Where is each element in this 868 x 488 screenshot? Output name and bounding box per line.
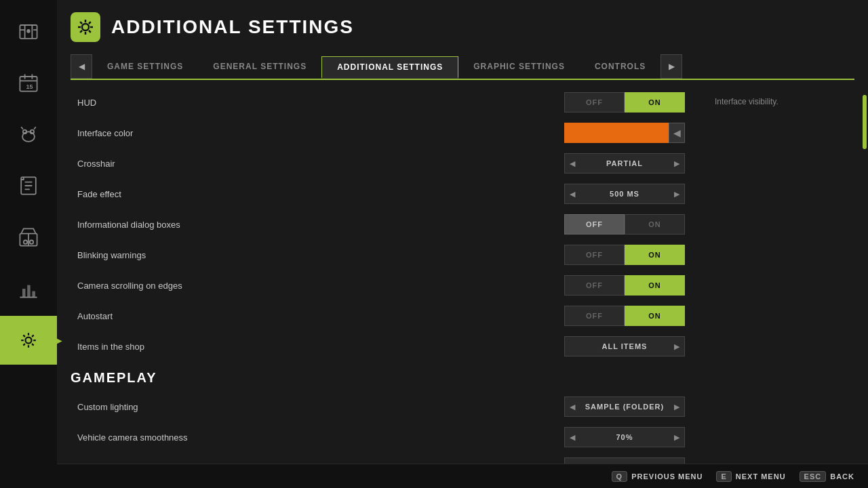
setting-row-dialog-boxes: Informational dialog boxes OFF ON — [71, 210, 692, 239]
setting-label-custom-lighting: Custom lighting — [77, 402, 564, 412]
setting-row-camera-scrolling: Camera scrolling on edges OFF ON — [71, 271, 692, 300]
info-text: Interface visibility. — [715, 97, 778, 106]
setting-control-crosshair: ◀ PARTIAL ▶ — [564, 153, 685, 174]
setting-label-vehicle-camera: Vehicle camera smoothness — [77, 432, 564, 443]
toggle-camera-scrolling-off[interactable]: OFF — [564, 275, 625, 296]
selector-items-shop-value: ALL ITEMS — [580, 342, 669, 350]
setting-control-camera-scrolling: OFF ON — [564, 275, 685, 296]
bottom-action-next-menu: E NEXT MENU — [716, 471, 785, 482]
toggle-autostart: OFF ON — [564, 306, 685, 326]
nav-tabs: ◀ GAME SETTINGS GENERAL SETTINGS ADDITIO… — [71, 54, 854, 80]
color-picker-icon[interactable]: ◀ — [669, 123, 685, 143]
toggle-hud: OFF ON — [564, 92, 685, 113]
setting-label-crosshair: Crosshair — [77, 159, 564, 169]
settings-area: HUD OFF ON Interface color ◀ — [71, 80, 854, 488]
scrollbar-track — [861, 0, 868, 488]
selector-fade-prev[interactable]: ◀ — [565, 184, 580, 204]
setting-control-fade-effect: ◀ 500 MS ▶ — [564, 184, 685, 204]
setting-row-vehicle-camera: Vehicle camera smoothness ◀ 70% ▶ — [71, 423, 692, 451]
svg-point-14 — [26, 338, 32, 344]
toggle-dialog-off[interactable]: OFF — [564, 214, 625, 235]
selector-fade-value: 500 MS — [580, 190, 669, 198]
toggle-dialog-on[interactable]: ON — [625, 214, 685, 235]
toggle-camera-scrolling-on[interactable]: ON — [625, 275, 685, 296]
selector-vehicle-value: 70% — [580, 433, 669, 441]
sidebar-item-shop[interactable] — [0, 213, 57, 262]
toggle-hud-on[interactable]: ON — [625, 92, 685, 113]
color-bar[interactable] — [564, 123, 669, 143]
toggle-autostart-on[interactable]: ON — [625, 306, 685, 326]
bottom-label-back: BACK — [830, 472, 854, 481]
toggle-blinking-on[interactable]: ON — [625, 245, 685, 265]
selector-items-shop: ◀ ALL ITEMS ▶ — [564, 336, 685, 357]
sidebar-item-calendar[interactable]: 15 — [0, 58, 57, 107]
setting-control-hud: OFF ON — [564, 92, 685, 113]
setting-row-hud: HUD OFF ON — [71, 88, 692, 117]
selector-vehicle-prev[interactable]: ◀ — [565, 427, 580, 447]
sidebar: 15 — [0, 0, 57, 488]
svg-point-6 — [31, 130, 34, 134]
sidebar-item-animals[interactable] — [0, 110, 57, 159]
section-heading-gameplay: GAMEPLAY — [71, 370, 692, 386]
sidebar-item-map[interactable] — [0, 7, 57, 56]
selector-fade-next[interactable]: ▶ — [669, 184, 684, 204]
selector-custom-lighting: ◀ SAMPLE (FOLDER) ▶ — [564, 396, 685, 417]
setting-label-autostart: Autostart — [77, 311, 564, 321]
tab-additional-settings[interactable]: ADDITIONAL SETTINGS — [321, 56, 458, 79]
nav-next-arrow[interactable]: ▶ — [660, 54, 682, 79]
setting-row-items-shop: Items in the shop ◀ ALL ITEMS ▶ — [71, 332, 692, 361]
setting-row-custom-lighting: Custom lighting ◀ SAMPLE (FOLDER) ▶ — [71, 392, 692, 421]
tab-controls[interactable]: CONTROLS — [580, 56, 660, 78]
setting-label-dialog-boxes: Informational dialog boxes — [77, 220, 564, 230]
color-control: ◀ — [564, 123, 685, 143]
selector-lighting-next[interactable]: ▶ — [669, 396, 684, 417]
setting-control-vehicle-camera: ◀ 70% ▶ — [564, 427, 685, 447]
selector-crosshair-value: PARTIAL — [580, 159, 669, 167]
setting-control-custom-lighting: ◀ SAMPLE (FOLDER) ▶ — [564, 396, 685, 417]
setting-control-autostart: OFF ON — [564, 306, 685, 326]
setting-label-hud: HUD — [77, 98, 564, 108]
toggle-hud-off[interactable]: OFF — [564, 92, 625, 113]
setting-row-autostart: Autostart OFF ON — [71, 302, 692, 330]
setting-label-blinking-warnings: Blinking warnings — [77, 250, 564, 260]
bottom-label-next: NEXT MENU — [736, 472, 786, 481]
svg-point-5 — [23, 130, 26, 134]
setting-label-interface-color: Interface color — [77, 128, 564, 138]
setting-row-interface-color: Interface color ◀ — [71, 119, 692, 147]
key-e: E — [716, 471, 731, 482]
setting-row-blinking-warnings: Blinking warnings OFF ON — [71, 241, 692, 269]
tab-general-settings[interactable]: GENERAL SETTINGS — [198, 56, 321, 78]
toggle-autostart-off[interactable]: OFF — [564, 306, 625, 326]
svg-text:15: 15 — [26, 83, 33, 90]
selector-lighting-prev[interactable]: ◀ — [565, 396, 580, 417]
svg-point-1 — [26, 29, 30, 33]
selector-crosshair-prev[interactable]: ◀ — [565, 153, 580, 174]
toggle-blinking-off[interactable]: OFF — [564, 245, 625, 265]
page-header: ADDITIONAL SETTINGS — [71, 12, 854, 42]
main-content: ADDITIONAL SETTINGS ◀ GAME SETTINGS GENE… — [57, 0, 868, 488]
settings-list: HUD OFF ON Interface color ◀ — [71, 88, 692, 488]
bottom-bar: Q PREVIOUS MENU E NEXT MENU ESC BACK — [57, 464, 868, 488]
setting-label-fade-effect: Fade effect — [77, 189, 564, 199]
scrollbar-thumb[interactable] — [863, 95, 867, 149]
sidebar-item-settings[interactable] — [0, 316, 57, 365]
tab-graphic-settings[interactable]: GRAPHIC SETTINGS — [458, 56, 580, 78]
key-q: Q — [612, 471, 628, 482]
setting-control-interface-color: ◀ — [564, 123, 685, 143]
setting-control-dialog-boxes: OFF ON — [564, 214, 685, 235]
setting-control-items-shop: ◀ ALL ITEMS ▶ — [564, 336, 685, 357]
sidebar-item-stats[interactable] — [0, 264, 57, 313]
tab-game-settings[interactable]: GAME SETTINGS — [92, 56, 198, 78]
selector-items-shop-next[interactable]: ▶ — [669, 336, 684, 357]
toggle-dialog-boxes: OFF ON — [564, 214, 685, 235]
setting-row-fade-effect: Fade effect ◀ 500 MS ▶ — [71, 180, 692, 208]
key-esc: ESC — [800, 471, 827, 482]
selector-fade-effect: ◀ 500 MS ▶ — [564, 184, 685, 204]
nav-prev-arrow[interactable]: ◀ — [71, 54, 92, 79]
selector-crosshair-next[interactable]: ▶ — [669, 153, 684, 174]
svg-rect-12 — [27, 285, 31, 298]
page-title: ADDITIONAL SETTINGS — [111, 16, 354, 38]
selector-vehicle-next[interactable]: ▶ — [669, 427, 684, 447]
selector-vehicle-camera: ◀ 70% ▶ — [564, 427, 685, 447]
sidebar-item-tasks[interactable] — [0, 161, 57, 210]
